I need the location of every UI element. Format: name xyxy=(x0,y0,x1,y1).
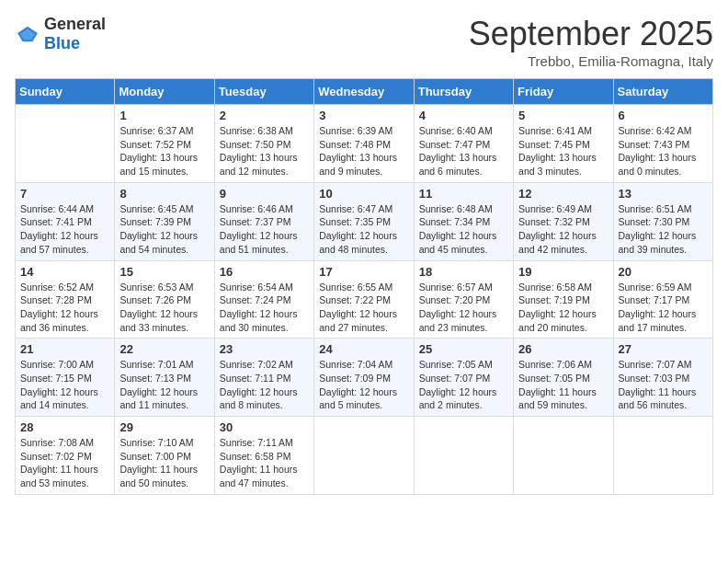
day-number: 5 xyxy=(518,109,608,122)
day-info: Sunrise: 7:04 AM Sunset: 7:09 PM Dayligh… xyxy=(319,358,408,412)
day-info: Sunrise: 6:41 AM Sunset: 7:45 PM Dayligh… xyxy=(518,124,608,178)
calendar-cell: 10Sunrise: 6:47 AM Sunset: 7:35 PM Dayli… xyxy=(314,182,414,260)
day-number: 9 xyxy=(220,187,309,201)
day-info: Sunrise: 6:51 AM Sunset: 7:30 PM Dayligh… xyxy=(619,202,708,257)
day-number: 28 xyxy=(20,420,109,434)
day-number: 16 xyxy=(220,265,309,279)
day-number: 14 xyxy=(20,265,109,279)
calendar-cell: 5Sunrise: 6:41 AM Sunset: 7:45 PM Daylig… xyxy=(514,105,613,183)
calendar-cell: 12Sunrise: 6:49 AM Sunset: 7:32 PM Dayli… xyxy=(514,182,613,260)
day-info: Sunrise: 6:48 AM Sunset: 7:34 PM Dayligh… xyxy=(419,202,508,257)
weekday-header-wednesday: Wednesday xyxy=(314,79,414,105)
day-number: 29 xyxy=(119,420,209,434)
day-number: 17 xyxy=(319,265,408,279)
calendar-cell: 21Sunrise: 7:00 AM Sunset: 7:15 PM Dayli… xyxy=(16,339,115,417)
calendar-cell: 17Sunrise: 6:55 AM Sunset: 7:22 PM Dayli… xyxy=(314,260,414,339)
day-number: 7 xyxy=(20,187,109,201)
day-number: 24 xyxy=(319,342,408,356)
calendar-cell: 30Sunrise: 7:11 AM Sunset: 6:58 PM Dayli… xyxy=(214,417,313,495)
calendar-cell: 9Sunrise: 6:46 AM Sunset: 7:37 PM Daylig… xyxy=(214,182,313,260)
weekday-header-saturday: Saturday xyxy=(613,79,712,105)
weekday-header-monday: Monday xyxy=(115,79,214,105)
calendar-table: SundayMondayTuesdayWednesdayThursdayFrid… xyxy=(15,78,713,495)
calendar-cell: 27Sunrise: 7:07 AM Sunset: 7:03 PM Dayli… xyxy=(613,339,712,417)
calendar-week-row: 28Sunrise: 7:08 AM Sunset: 7:02 PM Dayli… xyxy=(16,417,713,495)
day-number: 23 xyxy=(220,342,309,356)
day-number: 30 xyxy=(220,420,309,434)
calendar-cell xyxy=(16,105,115,183)
weekday-header-sunday: Sunday xyxy=(16,79,115,105)
logo-icon xyxy=(15,25,40,43)
day-info: Sunrise: 6:59 AM Sunset: 7:17 PM Dayligh… xyxy=(619,281,708,335)
day-number: 10 xyxy=(319,187,408,201)
day-info: Sunrise: 6:53 AM Sunset: 7:26 PM Dayligh… xyxy=(119,281,209,335)
day-number: 6 xyxy=(619,109,708,122)
calendar-cell xyxy=(514,417,613,495)
day-number: 1 xyxy=(119,109,209,122)
day-info: Sunrise: 6:37 AM Sunset: 7:52 PM Dayligh… xyxy=(119,124,209,178)
calendar-week-row: 14Sunrise: 6:52 AM Sunset: 7:28 PM Dayli… xyxy=(16,260,713,339)
calendar-cell: 19Sunrise: 6:58 AM Sunset: 7:19 PM Dayli… xyxy=(514,260,613,339)
day-info: Sunrise: 6:46 AM Sunset: 7:37 PM Dayligh… xyxy=(220,202,309,257)
calendar-cell: 25Sunrise: 7:05 AM Sunset: 7:07 PM Dayli… xyxy=(414,339,513,417)
day-info: Sunrise: 6:42 AM Sunset: 7:43 PM Dayligh… xyxy=(619,124,708,178)
day-info: Sunrise: 7:06 AM Sunset: 7:05 PM Dayligh… xyxy=(518,358,608,412)
day-info: Sunrise: 6:44 AM Sunset: 7:41 PM Dayligh… xyxy=(20,202,109,257)
logo-blue: Blue xyxy=(44,34,80,52)
calendar-week-row: 21Sunrise: 7:00 AM Sunset: 7:15 PM Dayli… xyxy=(16,339,713,417)
calendar-cell xyxy=(613,417,712,495)
day-number: 13 xyxy=(619,187,708,201)
calendar-cell: 3Sunrise: 6:39 AM Sunset: 7:48 PM Daylig… xyxy=(314,105,414,183)
day-info: Sunrise: 7:07 AM Sunset: 7:03 PM Dayligh… xyxy=(619,358,708,412)
calendar-cell: 8Sunrise: 6:45 AM Sunset: 7:39 PM Daylig… xyxy=(115,182,214,260)
calendar-cell: 18Sunrise: 6:57 AM Sunset: 7:20 PM Dayli… xyxy=(414,260,513,339)
day-info: Sunrise: 6:47 AM Sunset: 7:35 PM Dayligh… xyxy=(319,202,408,257)
calendar-cell: 14Sunrise: 6:52 AM Sunset: 7:28 PM Dayli… xyxy=(16,260,115,339)
weekday-header-tuesday: Tuesday xyxy=(214,79,313,105)
day-number: 27 xyxy=(619,342,708,356)
day-info: Sunrise: 6:57 AM Sunset: 7:20 PM Dayligh… xyxy=(419,281,508,335)
calendar-cell: 16Sunrise: 6:54 AM Sunset: 7:24 PM Dayli… xyxy=(214,260,313,339)
day-number: 22 xyxy=(119,342,209,356)
location: Trebbo, Emilia-Romagna, Italy xyxy=(469,53,713,69)
day-info: Sunrise: 6:40 AM Sunset: 7:47 PM Dayligh… xyxy=(419,124,508,178)
month-title: September 2025 xyxy=(469,15,713,53)
calendar-cell: 23Sunrise: 7:02 AM Sunset: 7:11 PM Dayli… xyxy=(214,339,313,417)
day-info: Sunrise: 6:55 AM Sunset: 7:22 PM Dayligh… xyxy=(319,281,408,335)
day-info: Sunrise: 7:08 AM Sunset: 7:02 PM Dayligh… xyxy=(20,436,109,490)
day-info: Sunrise: 7:01 AM Sunset: 7:13 PM Dayligh… xyxy=(119,358,209,412)
calendar-week-row: 1Sunrise: 6:37 AM Sunset: 7:52 PM Daylig… xyxy=(16,105,713,183)
day-info: Sunrise: 6:58 AM Sunset: 7:19 PM Dayligh… xyxy=(518,281,608,335)
calendar-cell: 20Sunrise: 6:59 AM Sunset: 7:17 PM Dayli… xyxy=(613,260,712,339)
calendar-cell: 1Sunrise: 6:37 AM Sunset: 7:52 PM Daylig… xyxy=(115,105,214,183)
day-number: 26 xyxy=(518,342,608,356)
day-number: 2 xyxy=(220,109,309,122)
calendar-cell: 4Sunrise: 6:40 AM Sunset: 7:47 PM Daylig… xyxy=(414,105,513,183)
day-info: Sunrise: 6:54 AM Sunset: 7:24 PM Dayligh… xyxy=(220,281,309,335)
day-number: 21 xyxy=(20,342,109,356)
calendar-cell: 7Sunrise: 6:44 AM Sunset: 7:41 PM Daylig… xyxy=(16,182,115,260)
title-block: September 2025 Trebbo, Emilia-Romagna, I… xyxy=(469,15,713,69)
calendar-cell: 24Sunrise: 7:04 AM Sunset: 7:09 PM Dayli… xyxy=(314,339,414,417)
logo-general: General xyxy=(44,15,106,33)
calendar-cell: 15Sunrise: 6:53 AM Sunset: 7:26 PM Dayli… xyxy=(115,260,214,339)
weekday-header-row: SundayMondayTuesdayWednesdayThursdayFrid… xyxy=(16,79,713,105)
day-number: 11 xyxy=(419,187,508,201)
day-info: Sunrise: 7:11 AM Sunset: 6:58 PM Dayligh… xyxy=(220,436,309,490)
calendar-cell: 28Sunrise: 7:08 AM Sunset: 7:02 PM Dayli… xyxy=(16,417,115,495)
day-number: 8 xyxy=(119,187,209,201)
calendar-cell xyxy=(314,417,414,495)
day-number: 20 xyxy=(619,265,708,279)
day-info: Sunrise: 6:38 AM Sunset: 7:50 PM Dayligh… xyxy=(220,124,309,178)
day-info: Sunrise: 6:39 AM Sunset: 7:48 PM Dayligh… xyxy=(319,124,408,178)
day-number: 19 xyxy=(518,265,608,279)
calendar-week-row: 7Sunrise: 6:44 AM Sunset: 7:41 PM Daylig… xyxy=(16,182,713,260)
day-info: Sunrise: 6:45 AM Sunset: 7:39 PM Dayligh… xyxy=(119,202,209,257)
day-info: Sunrise: 7:00 AM Sunset: 7:15 PM Dayligh… xyxy=(20,358,109,412)
day-number: 12 xyxy=(518,187,608,201)
calendar-cell: 13Sunrise: 6:51 AM Sunset: 7:30 PM Dayli… xyxy=(613,182,712,260)
day-info: Sunrise: 7:10 AM Sunset: 7:00 PM Dayligh… xyxy=(119,436,209,490)
day-info: Sunrise: 7:02 AM Sunset: 7:11 PM Dayligh… xyxy=(220,358,309,412)
day-info: Sunrise: 6:49 AM Sunset: 7:32 PM Dayligh… xyxy=(518,202,608,257)
day-info: Sunrise: 6:52 AM Sunset: 7:28 PM Dayligh… xyxy=(20,281,109,335)
